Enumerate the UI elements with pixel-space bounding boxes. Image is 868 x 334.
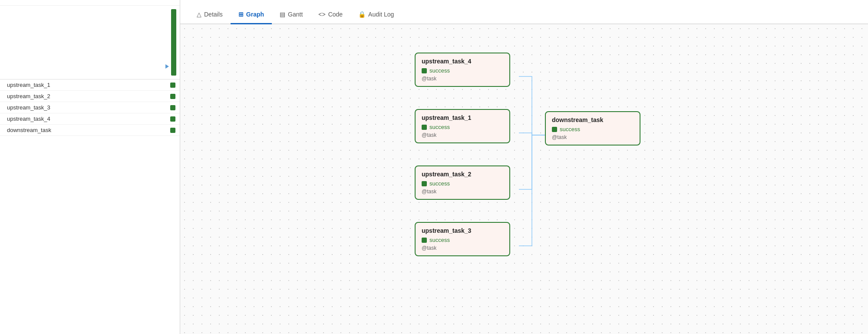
details-tab-label: Details — [204, 11, 223, 18]
connector-line — [519, 76, 545, 135]
task-status-dot — [170, 128, 175, 133]
node-upstream_task_2[interactable]: upstream_task_2success@task — [415, 165, 510, 200]
task-status-dot — [170, 116, 175, 122]
node-upstream_task_3[interactable]: upstream_task_3success@task — [415, 222, 510, 256]
node-decorator-downstream_task: @task — [552, 134, 634, 140]
task-row[interactable]: downstream_task — [0, 125, 180, 136]
node-status-text-upstream_task_1: success — [429, 124, 450, 130]
node-downstream_task[interactable]: downstream_tasksuccess@task — [545, 111, 640, 146]
task-row[interactable]: upstream_task_2 — [0, 91, 180, 102]
node-status-upstream_task_1: success — [422, 124, 503, 130]
node-status-downstream_task: success — [552, 126, 634, 132]
connector-line — [519, 133, 545, 135]
audit-log-tab-icon: 🔒 — [358, 11, 366, 18]
node-status-text-upstream_task_3: success — [429, 237, 450, 243]
task-name: downstream_task — [7, 127, 170, 133]
graph-tab-icon: ⊞ — [238, 11, 244, 18]
tab-audit-log[interactable]: 🔒Audit Log — [350, 5, 402, 24]
node-status-text-upstream_task_2: success — [429, 180, 450, 187]
node-status-upstream_task_2: success — [422, 180, 503, 187]
node-status-dot-downstream_task — [552, 127, 557, 132]
tabs-bar: △Details⊞Graph▤Gantt<>Code🔒Audit Log — [180, 0, 868, 24]
code-tab-label: Code — [328, 11, 343, 18]
gantt-bar-fill — [171, 9, 176, 76]
details-tab-icon: △ — [197, 11, 201, 18]
task-status-dot — [170, 94, 175, 99]
task-row[interactable]: upstream_task_1 — [0, 79, 180, 91]
play-icon — [165, 64, 169, 69]
task-name: upstream_task_2 — [7, 93, 170, 99]
node-decorator-upstream_task_3: @task — [422, 245, 503, 251]
task-row[interactable]: upstream_task_4 — [0, 113, 180, 125]
node-status-dot-upstream_task_4 — [422, 68, 427, 73]
task-row[interactable]: upstream_task_3 — [0, 102, 180, 113]
code-tab-icon: <> — [318, 11, 325, 18]
gantt-bar — [171, 9, 176, 76]
node-decorator-upstream_task_2: @task — [422, 188, 503, 195]
gantt-tab-icon: ▤ — [280, 11, 285, 18]
node-status-upstream_task_3: success — [422, 237, 503, 243]
left-panel: upstream_task_1upstream_task_2upstream_t… — [0, 0, 180, 334]
node-title-downstream_task: downstream_task — [552, 116, 634, 123]
tab-gantt[interactable]: ▤Gantt — [272, 5, 310, 24]
node-title-upstream_task_1: upstream_task_1 — [422, 114, 503, 121]
tab-graph[interactable]: ⊞Graph — [231, 5, 272, 24]
node-upstream_task_1[interactable]: upstream_task_1success@task — [415, 109, 510, 143]
node-title-upstream_task_2: upstream_task_2 — [422, 171, 503, 178]
audit-log-tab-label: Audit Log — [368, 11, 394, 18]
tab-details[interactable]: △Details — [189, 5, 231, 24]
connector-svg — [180, 24, 868, 334]
node-upstream_task_4[interactable]: upstream_task_4success@task — [415, 53, 510, 87]
graph-tab-label: Graph — [246, 11, 264, 18]
node-decorator-upstream_task_1: @task — [422, 132, 503, 138]
connector-line — [519, 135, 545, 189]
gantt-tab-label: Gantt — [288, 11, 303, 18]
node-title-upstream_task_3: upstream_task_3 — [422, 227, 503, 234]
task-name: upstream_task_3 — [7, 104, 170, 111]
gantt-header — [0, 0, 180, 6]
node-decorator-upstream_task_4: @task — [422, 76, 503, 82]
node-status-upstream_task_4: success — [422, 67, 503, 74]
node-status-dot-upstream_task_1 — [422, 125, 427, 130]
node-status-text-downstream_task: success — [560, 126, 580, 132]
graph-area[interactable]: upstream_task_4success@taskupstream_task… — [180, 24, 868, 334]
right-panel: △Details⊞Graph▤Gantt<>Code🔒Audit Log ups… — [180, 0, 868, 334]
connector-line — [519, 135, 545, 246]
task-list: upstream_task_1upstream_task_2upstream_t… — [0, 79, 180, 334]
task-status-dot — [170, 105, 175, 110]
task-status-dot — [170, 83, 175, 88]
node-status-text-upstream_task_4: success — [429, 67, 450, 74]
tab-code[interactable]: <>Code — [310, 5, 350, 24]
node-title-upstream_task_4: upstream_task_4 — [422, 58, 503, 65]
task-name: upstream_task_4 — [7, 116, 170, 122]
gantt-chart-area — [0, 6, 180, 79]
task-name: upstream_task_1 — [7, 82, 170, 88]
node-status-dot-upstream_task_3 — [422, 238, 427, 243]
node-status-dot-upstream_task_2 — [422, 181, 427, 186]
